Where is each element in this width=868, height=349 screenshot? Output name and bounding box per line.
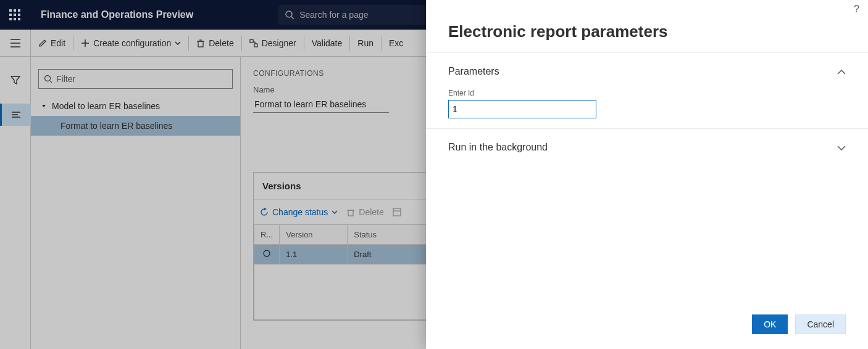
cancel-button[interactable]: Cancel: [795, 314, 846, 334]
help-button[interactable]: ?: [854, 4, 859, 15]
parameters-label: Parameters: [448, 66, 499, 77]
cancel-label: Cancel: [807, 319, 834, 329]
dialog-footer: OK Cancel: [426, 305, 868, 349]
run-background-label: Run in the background: [448, 142, 548, 153]
parameters-header[interactable]: Parameters: [448, 63, 846, 80]
parameters-section: Parameters Enter Id: [426, 52, 868, 128]
enter-id-label: Enter Id: [448, 89, 596, 97]
help-icon: ?: [854, 4, 859, 14]
ok-label: OK: [764, 319, 776, 329]
dialog-title: Electronic report parameters: [426, 0, 868, 52]
run-background-header[interactable]: Run in the background: [448, 139, 846, 156]
chevron-down-icon: [837, 142, 846, 152]
parameters-dialog: ? Electronic report parameters Parameter…: [426, 0, 868, 349]
ok-button[interactable]: OK: [752, 314, 788, 334]
enter-id-input[interactable]: [448, 100, 596, 118]
enter-id-field: Enter Id: [448, 89, 596, 118]
run-background-section: Run in the background: [426, 128, 868, 166]
chevron-up-icon: [837, 67, 846, 76]
